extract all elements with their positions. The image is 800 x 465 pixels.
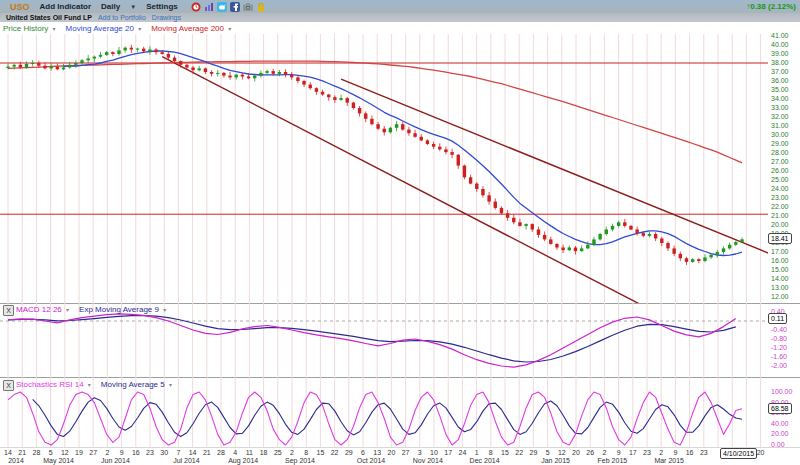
axis-label: 16.00 <box>771 257 789 265</box>
month-label: Sep 2014 <box>285 457 315 464</box>
axis-label: 24.00 <box>771 185 789 193</box>
x-tick-label: 25 <box>274 449 282 456</box>
x-tick-label: 5 <box>546 449 550 456</box>
axis-label: 41.00 <box>771 32 789 40</box>
x-tick-label: 2 <box>105 449 109 456</box>
stoch-legend: Stochastics RSI 14 ▾ Moving Average 5 ▾ <box>16 379 182 390</box>
x-tick-label: 15 <box>316 449 324 456</box>
macd-dropdown[interactable]: MACD 12 26 ▾ <box>16 305 69 314</box>
macd-axis: 0.11 0.40-0.40-0.80-1.20-1.60-2.00 <box>768 303 800 377</box>
timeframe-dropdown[interactable]: Daily <box>101 2 120 11</box>
x-tick-label: 12 <box>558 449 566 456</box>
macd-signal-line <box>8 316 736 362</box>
stoch-label: Stochastics RSI 14 <box>16 380 84 389</box>
x-tick-label: 4 <box>233 449 237 456</box>
last-price-badge: 18.41 <box>768 233 792 244</box>
add-indicator-button[interactable]: Add Indicator <box>40 2 92 11</box>
x-axis: 4/10/2015 142128512192729162330714212841… <box>0 447 800 465</box>
axis-label: 40.00 <box>771 41 789 49</box>
stoch-ma-dropdown[interactable]: Moving Average 5 ▾ <box>101 380 172 389</box>
x-tick-label: 24 <box>458 449 466 456</box>
month-label: May 2014 <box>43 457 74 464</box>
axis-label: -1.60 <box>771 353 787 361</box>
axis-label: 13.00 <box>771 284 789 292</box>
month-label: Oct 2014 <box>357 457 385 464</box>
price-history-dropdown[interactable]: Price History ▾ <box>3 24 56 33</box>
ma20-dropdown[interactable]: Moving Average 20 ▾ <box>66 24 142 33</box>
x-tick-label: 15 <box>501 449 509 456</box>
x-tick-label: 11 <box>246 449 253 456</box>
x-tick-label: 16 <box>132 449 140 456</box>
clock-icon[interactable] <box>191 2 201 12</box>
month-label: Dec 2014 <box>470 457 500 464</box>
x-tick-label: 23 <box>700 449 708 456</box>
axis-label: 30.00 <box>771 131 789 139</box>
add-to-portfolio-link[interactable]: Add to Portfolio <box>98 14 146 21</box>
x-tick-label: 19 <box>75 449 83 456</box>
axis-label: -2.00 <box>771 362 787 370</box>
stoch-line <box>8 392 742 445</box>
stoch-close-button[interactable]: X <box>3 380 14 391</box>
chevron-down-icon: ▾ <box>163 307 166 313</box>
x-tick-label: 6 <box>361 449 365 456</box>
lock-icon[interactable] <box>256 2 266 12</box>
axis-label: 100.00 <box>771 388 792 396</box>
ma200-dropdown[interactable]: Moving Average 200 ▾ <box>151 24 231 33</box>
x-tick-label: 30 <box>160 449 168 456</box>
x-tick-label: 20 <box>572 449 580 456</box>
stoch-ma-label: Moving Average 5 <box>101 380 165 389</box>
facebook-icon[interactable] <box>230 2 240 12</box>
x-tick-label: 9 <box>673 449 677 456</box>
x-tick-label: 2 <box>290 449 294 456</box>
month-label: Jun 2014 <box>101 457 130 464</box>
axis-label: 26.00 <box>771 167 789 175</box>
ma200-line <box>8 61 742 163</box>
month-label: Jul 2014 <box>173 457 199 464</box>
twitter-icon[interactable] <box>217 2 227 12</box>
axis-label: 17.00 <box>771 248 789 256</box>
timeframe-dropdown-arrow-icon[interactable]: ▼ <box>130 4 136 10</box>
x-tick-label: 3 <box>418 449 422 456</box>
axis-label: 15.00 <box>771 266 789 274</box>
ma200-label: Moving Average 200 <box>151 24 224 33</box>
axis-label: 29.00 <box>771 140 789 148</box>
axis-label: 33.00 <box>771 104 789 112</box>
x-tick-label: 22 <box>515 449 523 456</box>
x-tick-label: 10 <box>430 449 438 456</box>
x-tick-label: 12 <box>61 449 69 456</box>
stoch-value-badge: 68.58 <box>768 403 792 414</box>
x-tick-label: 9 <box>617 449 621 456</box>
macd-value-badge: 0.11 <box>768 313 787 324</box>
stoch-dropdown[interactable]: Stochastics RSI 14 ▾ <box>16 380 91 389</box>
drawings-link[interactable]: Drawings <box>152 14 181 21</box>
chevron-down-icon: ▾ <box>138 26 141 32</box>
macd-signal-label: Exp Moving Average 9 <box>79 305 159 314</box>
ticker-logo: USO <box>10 2 30 12</box>
axis-label: 31.00 <box>771 122 789 130</box>
x-tick-label: 20 <box>387 449 395 456</box>
x-tick-label: 17 <box>629 449 637 456</box>
settings-button[interactable]: Settings <box>146 2 178 11</box>
axis-label: 12.00 <box>771 293 789 301</box>
x-tick-label: 14 <box>189 449 197 456</box>
macd-close-button[interactable]: X <box>3 305 14 316</box>
x-tick-label: 9 <box>120 449 124 456</box>
x-tick-label: 29 <box>345 449 353 456</box>
axis-label: -1.20 <box>771 344 787 352</box>
month-label: 2014 <box>8 457 24 464</box>
price-history-label: Price History <box>3 24 48 33</box>
axis-label: 38.00 <box>771 59 789 67</box>
price-chart-plot[interactable] <box>0 34 768 303</box>
month-label: Feb 2015 <box>598 457 628 464</box>
axis-label: 39.00 <box>771 50 789 58</box>
camera-icon[interactable] <box>243 2 253 12</box>
x-tick-label: 18 <box>260 449 268 456</box>
bar-chart-icon[interactable] <box>204 2 214 12</box>
x-tick-label: 27 <box>402 449 410 456</box>
price-legend: Price History ▾ Moving Average 20 ▾ Movi… <box>3 22 241 34</box>
x-tick-label: 17 <box>444 449 452 456</box>
x-tick-label: 14 <box>4 449 12 456</box>
x-tick-label: 26 <box>586 449 594 456</box>
macd-signal-dropdown[interactable]: Exp Moving Average 9 ▾ <box>79 305 166 314</box>
ma20-line <box>64 51 742 256</box>
